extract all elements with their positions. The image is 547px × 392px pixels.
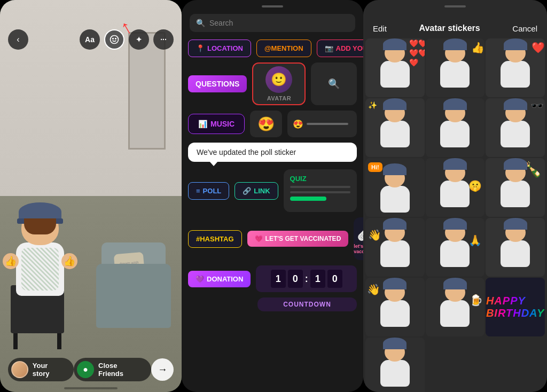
sticker-row-5: #HASHTAG 💗 LET'S GET VACCINATED 🩹 let's …	[188, 217, 357, 260]
quiz-line	[290, 186, 350, 188]
left-panel: dream wish BEAUTY joy inspire 👍 👍 ‹	[0, 0, 182, 392]
sticker-row-6: 💜 DONATION 1 0 : 1 0	[188, 265, 357, 292]
close-friends-label: Close Friends	[98, 362, 144, 378]
svg-point-1	[113, 38, 114, 40]
vaccinated-sticker[interactable]: 💗 LET'S GET VACCINATED	[247, 231, 349, 247]
add-yours-sticker[interactable]: 📷 ADD YOURS	[317, 40, 363, 57]
avatar-label: AVATAR	[267, 95, 292, 101]
countdown-sticker[interactable]: 1 0 : 1 0	[256, 265, 357, 292]
left-toolbar: Aa ✦ ···	[0, 29, 182, 50]
countdown-sticker-label: COUNTDOWN	[283, 301, 331, 308]
armchair: dream wish BEAUTY joy inspire	[96, 242, 171, 328]
your-story-button[interactable]: Your story	[8, 358, 74, 381]
avatar-sticker-cell-8[interactable]: 🤫	[426, 158, 485, 217]
birthday-text: HAPPYBIRTHDAY	[486, 295, 544, 319]
search-icon: 🔍	[196, 19, 205, 27]
countdown-digit-3: 1	[310, 270, 325, 288]
emoji-slider-sticker[interactable]: 😍	[287, 111, 357, 137]
mention-sticker[interactable]: @MENTION	[256, 40, 311, 57]
sunglasses-overlay: 🕶️	[530, 99, 544, 112]
avatar-sticker-cell-3[interactable]: ❤️	[486, 38, 545, 97]
bandaid-label: let's get vaccinated	[354, 244, 363, 254]
sticker-row-3: 📊 MUSIC 😍 😍	[188, 111, 357, 137]
sticker-row-1: 📍 LOCATION @MENTION 📷 ADD YOURS	[188, 40, 357, 57]
avatar-sticker-cell-4[interactable]: ✨	[365, 98, 425, 157]
hashtag-sticker[interactable]: #HASHTAG	[188, 230, 242, 248]
avatar-sticker-cell-11[interactable]: 🙏	[426, 218, 485, 277]
bandaid-sticker[interactable]: 🩹 let's get vaccinated	[354, 217, 363, 260]
more-button[interactable]: ···	[153, 29, 174, 50]
link-sticker[interactable]: 🔗 LINK	[235, 182, 278, 200]
your-story-label: Your story	[33, 362, 67, 378]
sticker-row-2: QUESTIONS 🙂 AVATAR 🔍	[188, 62, 357, 105]
countdown-digit-1: 1	[271, 270, 286, 288]
bandaid-icon: 🩹	[357, 224, 363, 241]
sticker-search-box[interactable]: 🔍	[311, 62, 357, 105]
armchair-body	[96, 264, 171, 328]
music-bars-icon: 📊	[198, 120, 207, 128]
avatar-sticker-cell-1[interactable]: ❤️❤️❤️❤️❤️	[365, 38, 425, 97]
quiz-sticker[interactable]: QUIZ	[284, 169, 357, 212]
donation-sticker[interactable]: 💜 DONATION	[188, 271, 251, 287]
heart-overlay: ❤️	[532, 41, 545, 54]
edit-button[interactable]: Edit	[373, 24, 387, 33]
heart-icon: 💗	[255, 235, 263, 242]
thumbs-up-overlay: 👍	[471, 41, 485, 54]
poll-tooltip: We've updated the poll sticker	[188, 143, 357, 162]
avatar-sticker-cell-7[interactable]: Hi!	[365, 158, 425, 217]
peek-hand-overlay: 🤫	[468, 179, 482, 192]
quiz-line-2	[290, 191, 350, 193]
magnifier-icon: 🔍	[328, 78, 340, 90]
avatar-sticker-cell-10[interactable]: 👋	[365, 218, 425, 277]
music-sticker[interactable]: 📊 MUSIC	[188, 114, 245, 134]
face-sticker-button[interactable]	[104, 29, 124, 50]
avatar-sticker-cell-16[interactable]	[365, 338, 425, 392]
countdown-digit-4: 0	[327, 270, 342, 288]
emoji-sticker-box[interactable]: 😍	[250, 111, 282, 137]
panel-title: Avatar stickers	[419, 23, 480, 33]
search-input[interactable]: Search	[209, 19, 233, 27]
search-bar[interactable]: 🔍 Search	[190, 14, 355, 32]
questions-sticker[interactable]: QUESTIONS	[188, 75, 247, 92]
quiz-progress	[290, 197, 326, 201]
avatar-sticker-cell-12[interactable]	[486, 218, 545, 277]
cancel-button[interactable]: Cancel	[512, 24, 537, 33]
emoji-slider-icon: 😍	[293, 119, 303, 129]
location-icon: 📍	[196, 44, 205, 52]
avatar-sticker-image: 🙂	[265, 66, 292, 93]
donation-icon: 💜	[196, 275, 204, 283]
pray-overlay: 🙏	[468, 234, 482, 247]
avatar-sticker-cell-15[interactable]: HAPPYBIRTHDAY	[486, 278, 545, 336]
avatar-sticker-cell-9[interactable]: 🍾	[486, 158, 545, 217]
avatar-sticker-grid: ❤️❤️❤️❤️❤️ 👍 ❤️	[363, 38, 547, 392]
avatar-sticker-cell-2[interactable]: 👍	[426, 38, 485, 97]
close-friends-button[interactable]: ● Close Friends	[74, 358, 151, 381]
location-sticker[interactable]: 📍 LOCATION	[188, 40, 251, 57]
avatar-character: 👍 👍	[5, 210, 75, 317]
home-indicator	[64, 387, 118, 389]
beer-overlay: 🍺	[470, 294, 483, 307]
avatar-sticker-cell-14[interactable]: 🍺	[426, 278, 485, 336]
text-tool-button[interactable]: Aa	[80, 29, 100, 50]
camera-icon: 📷	[325, 44, 333, 52]
avatar-head	[21, 210, 59, 245]
link-icon: 🔗	[243, 187, 251, 195]
avatar-sticker-cell-5[interactable]	[426, 98, 485, 157]
avatar-sticker-cell-6[interactable]: 🕶️	[486, 98, 545, 157]
left-bottom-bar: Your story ● Close Friends →	[0, 358, 182, 381]
poll-sticker[interactable]: ≡ POLL	[188, 182, 229, 200]
avatar-body: 👍 👍	[16, 242, 64, 296]
share-arrow-button[interactable]: →	[151, 358, 174, 381]
right-panel-header: Edit Avatar stickers Cancel	[363, 15, 547, 38]
story-avatar	[11, 361, 28, 378]
close-friends-icon: ●	[77, 361, 94, 378]
sparkles-overlay: ✨	[368, 101, 377, 109]
countdown-digit-2: 0	[288, 270, 303, 288]
avatar-sticker[interactable]: 🙂 AVATAR	[252, 62, 306, 105]
poll-icon: ≡	[196, 187, 200, 195]
sticker-row-4: ≡ POLL 🔗 LINK QUIZ	[188, 169, 357, 212]
countdown-colon: :	[305, 273, 308, 285]
svg-point-2	[115, 38, 116, 40]
avatar-sticker-cell-13[interactable]: 👋	[365, 278, 425, 336]
middle-panel: 🔍 Search 📍 LOCATION @MENTION 📷 ADD YOURS	[182, 0, 363, 392]
